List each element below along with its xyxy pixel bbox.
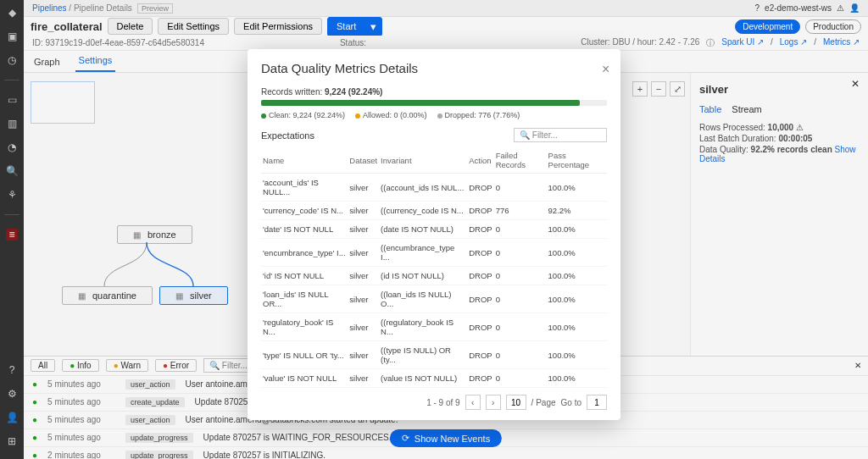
table-row[interactable]: 'loan_ids' IS NULL OR...silver((loan_ids… (261, 285, 607, 313)
table-row[interactable]: 'regulatory_book' IS N...silver((regulat… (261, 313, 607, 341)
table-row[interactable]: 'currency_code' IS N...silver((currency_… (261, 202, 607, 220)
table-row[interactable]: 'value' IS NOT NULLsilver(value IS NOT N… (261, 369, 607, 388)
modal-overlay: Data Quality Metrics Details × Records w… (0, 0, 868, 459)
records-written: 9,224 (92.24%) (325, 87, 382, 97)
pager-range: 1 - 9 of 9 (426, 398, 459, 407)
expectations-filter[interactable]: 🔍 Filter... (514, 128, 607, 142)
col-name[interactable]: Name (261, 147, 348, 174)
modal-title: Data Quality Metrics Details (261, 61, 607, 75)
legend-dropped: Dropped: 776 (7.76%) (445, 111, 520, 119)
col-failed[interactable]: Failed Records (494, 147, 547, 174)
pager-goto-input[interactable] (587, 395, 607, 410)
pager-size-input[interactable] (506, 395, 526, 410)
pager-next[interactable]: › (486, 395, 501, 410)
col-action[interactable]: Action (467, 147, 493, 174)
expectations-table: Name Dataset Invariant Action Failed Rec… (261, 147, 607, 388)
col-pass[interactable]: Pass Percentage (547, 147, 607, 174)
table-row[interactable]: 'date' IS NOT NULLsilver(date IS NOT NUL… (261, 220, 607, 239)
expectations-heading: Expectations (261, 130, 314, 141)
table-row[interactable]: 'encumbrance_type' I...silver((encumbran… (261, 239, 607, 267)
dq-bar (261, 100, 607, 106)
table-row[interactable]: 'id' IS NOT NULLsilver(id IS NOT NULL)DR… (261, 267, 607, 285)
legend-clean: Clean: 9,224 (92.24%) (269, 111, 345, 119)
col-invariant[interactable]: Invariant (379, 147, 467, 174)
dq-modal: Data Quality Metrics Details × Records w… (248, 49, 620, 420)
legend-allowed: Allowed: 0 (0.00%) (363, 111, 427, 119)
modal-close-icon[interactable]: × (602, 62, 609, 77)
pager-prev[interactable]: ‹ (465, 395, 481, 410)
table-row[interactable]: 'type' IS NULL OR 'ty...silver((type IS … (261, 341, 607, 369)
table-row[interactable]: 'account_ids' IS NULL...silver((account_… (261, 174, 607, 202)
col-dataset[interactable]: Dataset (348, 147, 379, 174)
